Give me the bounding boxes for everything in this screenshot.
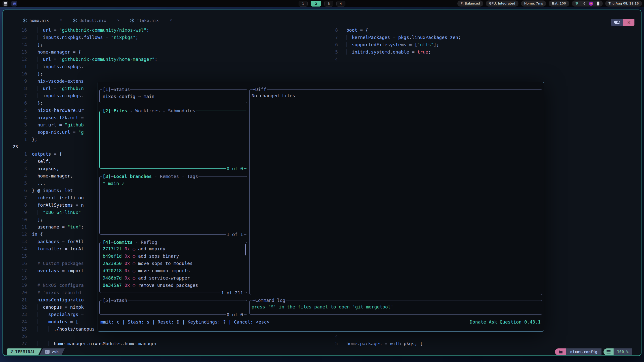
line-number: 18	[3, 274, 27, 282]
phone-icon[interactable]	[596, 2, 600, 6]
branch-row[interactable]: * main ✓	[103, 181, 125, 186]
editor-line[interactable]: 4	[328, 56, 641, 63]
panel-count: 1 of 211	[220, 289, 244, 296]
line-number: 3	[3, 165, 27, 172]
tab-flake.nix[interactable]: flake.nix×	[126, 16, 176, 24]
commit-row[interactable]: d920218 0x ○ move common imports	[103, 267, 247, 274]
commit-graph-node-icon: ○	[133, 253, 138, 259]
code-text	[338, 333, 346, 340]
code-text: };	[27, 99, 43, 107]
panel-title-separator: ─	[111, 240, 114, 245]
tab-label: default.nix	[79, 18, 106, 23]
lazygit-files-panel[interactable]: [2]─Files - Worktrees - Submodules 0 of …	[99, 111, 247, 169]
commit-message: move common imports	[138, 268, 190, 273]
editor-line[interactable]: 6 supportedFilesystems = ["ntfs"];	[328, 41, 641, 48]
code-text: ./hosts/canopus	[27, 325, 95, 333]
line-number: 4	[328, 56, 338, 63]
tab-close-icon[interactable]: ×	[60, 18, 62, 23]
code-text: inputs.nixpkgs.	[27, 92, 84, 99]
panel-count: 0 of 0	[226, 311, 244, 318]
status-pill[interactable]: Bat: 100	[549, 1, 569, 7]
lazygit-commits-panel[interactable]: [4]─Commits - Reflog 2717f2f 0x ○ add mo…	[99, 242, 247, 293]
line-number: 5	[328, 48, 338, 56]
logo-badge[interactable]: $W	[11, 1, 17, 7]
tab-default.nix[interactable]: default.nix×	[69, 16, 124, 24]
code-text: in {	[27, 231, 43, 238]
lazygit-diff-panel[interactable]: ─Diff No changed files	[249, 89, 542, 295]
code-text: url = "github:n	[27, 85, 84, 92]
commit-author: 0x	[122, 275, 133, 281]
line-number: 9	[3, 209, 27, 216]
editor-line[interactable]: 14 };	[3, 41, 328, 48]
repo-label: nixos-config	[570, 350, 597, 354]
editor-line[interactable]: 12 url = "github:nix-community/home-mana…	[3, 56, 328, 63]
editor-line[interactable]: 11 inputs.nixpkgs.	[3, 63, 328, 70]
tab-close-icon[interactable]: ×	[170, 18, 172, 23]
toggle-button[interactable]	[611, 19, 623, 26]
editor-line[interactable]: 26	[3, 333, 328, 340]
workspace-button-1[interactable]: 1	[299, 1, 308, 7]
editor-line[interactable]: 27 home-manager.nixosModules.home-manage…	[3, 340, 328, 347]
media-icon[interactable]	[589, 2, 593, 6]
line-number: 14	[3, 245, 27, 252]
commit-author: 0x	[122, 253, 133, 259]
wifi-icon[interactable]	[575, 2, 579, 6]
keybindings-text: mmit: c | Stash: s | Reset: D | Keybindi…	[100, 318, 269, 326]
line-number: 4	[3, 172, 27, 179]
line-number: 5	[328, 340, 338, 347]
line-number: 6	[3, 99, 27, 107]
status-pill[interactable]: P: Balanced	[457, 1, 483, 7]
bluetooth-icon[interactable]	[582, 2, 586, 6]
tab-home.nix[interactable]: home.nix×	[19, 16, 66, 24]
scrollbar-thumb[interactable]	[245, 244, 246, 255]
lazygit-stash-panel[interactable]: [5]─Stash 0 of 0	[99, 300, 247, 315]
nix-snowflake-icon	[23, 18, 27, 23]
editor-line[interactable]: 5home.packages = with pkgs; [	[328, 340, 641, 347]
commit-row[interactable]: 2a23950 0x ○ move sops to modules	[103, 260, 247, 267]
workspace-button-4[interactable]: 4	[336, 1, 345, 7]
editor-line[interactable]: 13 home-manager = {	[3, 48, 328, 56]
commit-hash: b49ef1d	[103, 253, 122, 259]
lazygit-status-panel[interactable]: [1]─Status nixos-config → main	[99, 89, 247, 103]
workspace-button-2[interactable]: 2	[311, 1, 321, 7]
lazygit-command-log-panel[interactable]: ─Command log press 'M' in the files pane…	[249, 300, 542, 315]
code-text: forAllSystems = n	[27, 201, 84, 209]
status-pill[interactable]: GPU: Integrated	[486, 1, 518, 7]
panel-count: 1 of 1	[226, 231, 244, 238]
status-pill[interactable]: Home: 7ms	[521, 1, 546, 7]
ask-question-link[interactable]: Ask Question	[489, 319, 521, 325]
commit-row[interactable]: 9486b7d 0x ○ add service-wrapper	[103, 274, 247, 282]
line-number: 6	[328, 41, 338, 48]
code-text: nixos-hardware.ur	[27, 107, 84, 114]
editor-line[interactable]: 5 initrd.systemd.enable = true;	[328, 48, 641, 56]
editor-line[interactable]: 15 inputs.nixpkgs.follows = "nixpkgs";	[3, 34, 328, 41]
donate-link[interactable]: Donate	[470, 319, 486, 325]
code-text: inputs.nixpkgs.follows = "nixpkgs";	[27, 34, 138, 41]
scroll-percent-segment: 100 %	[614, 348, 632, 355]
lazygit-branches-panel[interactable]: [3]─Local branches - Remotes - Tags * ma…	[99, 176, 247, 235]
close-button[interactable]: ×	[623, 19, 634, 26]
commit-row[interactable]: b49ef1d 0x ○ add sops binary	[103, 252, 247, 260]
workspace-button-3[interactable]: 3	[324, 1, 333, 7]
commit-row[interactable]: 2717f2f 0x ○ add mopidy	[103, 245, 247, 252]
line-number: 13	[3, 48, 27, 56]
editor-line[interactable]: 10 };	[3, 70, 328, 77]
editor-line[interactable]: 8boot = {	[328, 26, 641, 34]
statusline-shell-segment: >_ zsh	[39, 348, 65, 355]
code-text: home-manager,	[27, 172, 73, 179]
statusline-mode-segment: V TERMINAL	[7, 348, 42, 355]
clock[interactable]: Thu Aug 08, 18:16	[605, 1, 642, 7]
commit-row[interactable]: 8e345a7 0x ○ remove unused packages	[103, 282, 247, 289]
panel-title: Commits	[113, 240, 133, 245]
code-text: outputs = {	[27, 150, 62, 158]
line-number: 27	[3, 340, 27, 347]
statusline-folder-segment	[555, 348, 566, 355]
editor-line[interactable]: 4	[328, 333, 641, 340]
editor-line[interactable]: 16 url = "github:nix-community/nixos-wsl…	[3, 26, 328, 34]
line-number: 5	[3, 107, 27, 114]
app-launcher-button[interactable]	[3, 1, 8, 7]
panel-number: [3]	[103, 174, 111, 179]
code-text: nur.url = "github	[27, 121, 84, 128]
tab-close-icon[interactable]: ×	[117, 18, 119, 23]
editor-line[interactable]: 7 kernelPackages = pkgs.linuxPackages_ze…	[328, 34, 641, 41]
